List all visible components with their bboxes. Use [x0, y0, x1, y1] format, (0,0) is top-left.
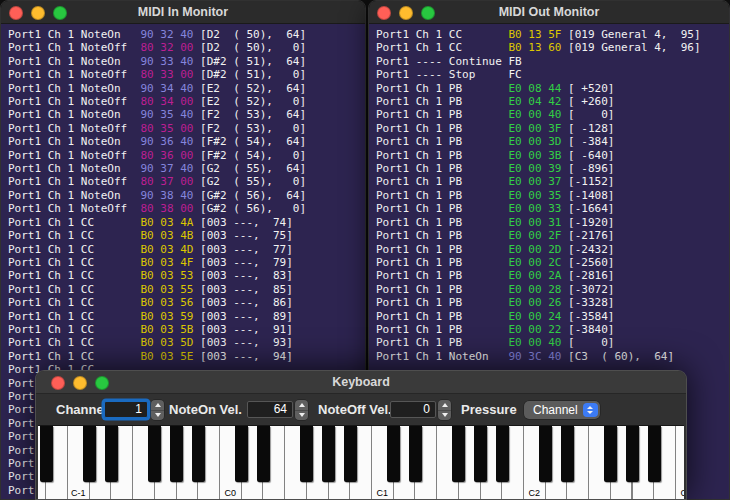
- log-row: Port1 Ch 1 NoteOff 80 33 00 [D#2 ( 51), …: [8, 68, 365, 81]
- log-row: Port1 Ch 1 PB E0 00 2A [-2816]: [376, 269, 729, 282]
- log-row: Port1 ---- Continue FB: [376, 55, 729, 68]
- black-key[interactable]: [83, 426, 96, 482]
- black-key[interactable]: [604, 426, 617, 482]
- log-row: Port1 Ch 1 NoteOn 90 37 40 [G2 ( 55), 64…: [8, 162, 365, 175]
- pressure-label: Pressure: [461, 394, 517, 426]
- zoom-button[interactable]: [421, 6, 435, 20]
- log-row: Port1 Ch 1 CC B0 03 4F [003 ---, 79]: [8, 256, 365, 269]
- log-row: Port1 Ch 1 NoteOn 90 36 40 [F#2 ( 54), 6…: [8, 135, 365, 148]
- midi-out-titlebar[interactable]: MIDI Out Monitor: [369, 1, 729, 24]
- window-title: Keyboard: [332, 375, 390, 389]
- log-row: Port1 Ch 1 NoteOff 80 36 00 [F#2 ( 54), …: [8, 149, 365, 162]
- log-row: Port1 Ch 1 PB E0 00 3F [ -128]: [376, 122, 729, 135]
- log-row: Port1 Ch 1 NoteOn 90 3C 40 [C3 ( 60), 64…: [376, 350, 729, 363]
- black-key[interactable]: [148, 426, 161, 482]
- black-key[interactable]: [387, 426, 400, 482]
- log-row: Port1 Ch 1 PB E0 00 39 [ -896]: [376, 162, 729, 175]
- black-key[interactable]: [192, 426, 205, 482]
- log-row: Port1 Ch 1 CC B0 03 53 [003 ---, 83]: [8, 269, 365, 282]
- keyboard-titlebar[interactable]: Keyboard: [36, 371, 686, 394]
- log-row: Port1 Ch 1 PB E0 08 44 [ +520]: [376, 82, 729, 95]
- traffic-lights: [377, 6, 435, 20]
- pressure-dropdown[interactable]: Channel: [524, 401, 600, 419]
- log-row: Port1 Ch 1 NoteOn 90 33 40 [D#2 ( 51), 6…: [8, 55, 365, 68]
- log-row: Port1 Ch 1 PB E0 00 40 [ 0]: [376, 336, 729, 349]
- window-title: MIDI Out Monitor: [499, 5, 600, 19]
- log-row: Port1 Ch 1 CC B0 03 5B [003 ---, 91]: [8, 323, 365, 336]
- log-row: Port1 Ch 1 PB E0 00 2C [-2560]: [376, 256, 729, 269]
- log-row: Port1 Ch 1 PB E0 00 3B [ -640]: [376, 149, 729, 162]
- black-key[interactable]: [235, 426, 248, 482]
- channel-label: Channel: [56, 394, 107, 426]
- log-row: Port1 Ch 1 PB E0 00 2D [-2432]: [376, 243, 729, 256]
- popup-chevrons-icon: [583, 403, 598, 417]
- zoom-button[interactable]: [95, 376, 109, 390]
- channel-field[interactable]: 1: [104, 401, 148, 418]
- black-key[interactable]: [539, 426, 552, 482]
- noteon-vel-field[interactable]: 64: [247, 401, 293, 418]
- log-row: Port1 Ch 1 CC B0 03 4A [003 ---, 74]: [8, 216, 365, 229]
- noteoff-vel-field[interactable]: 0: [390, 401, 436, 418]
- log-row: Port1 Ch 1 NoteOff 80 34 00 [E2 ( 52), 0…: [8, 95, 365, 108]
- piano-keyboard: C-1C0C1C2C3: [38, 425, 684, 499]
- black-key[interactable]: [344, 426, 357, 482]
- log-row: Port1 Ch 1 NoteOn 90 38 40 [G#2 ( 56), 6…: [8, 189, 365, 202]
- minimize-button[interactable]: [31, 6, 45, 20]
- black-key[interactable]: [40, 426, 53, 482]
- log-row: Port1 Ch 1 PB E0 00 2F [-2176]: [376, 229, 729, 242]
- log-row: Port1 Ch 1 NoteOff 80 35 00 [F2 ( 53), 0…: [8, 122, 365, 135]
- channel-stepper[interactable]: [151, 400, 164, 420]
- noteoff-vel-stepper[interactable]: [438, 400, 451, 420]
- log-row: Port1 Ch 1 PB E0 00 35 [-1408]: [376, 189, 729, 202]
- log-row: Port1 Ch 1 PB E0 00 28 [-3072]: [376, 283, 729, 296]
- log-row: Port1 Ch 1 PB E0 00 24 [-3584]: [376, 310, 729, 323]
- log-row: Port1 Ch 1 NoteOn 90 35 40 [F2 ( 53), 64…: [8, 108, 365, 121]
- black-key[interactable]: [648, 426, 661, 482]
- black-key[interactable]: [452, 426, 465, 482]
- log-row: Port1 Ch 1 NoteOn 90 32 40 [D2 ( 50), 64…: [8, 28, 365, 41]
- minimize-button[interactable]: [73, 376, 87, 390]
- black-key[interactable]: [300, 426, 313, 482]
- black-key[interactable]: [170, 426, 183, 482]
- black-key[interactable]: [257, 426, 270, 482]
- octave-label: C0: [220, 488, 241, 498]
- minimize-button[interactable]: [399, 6, 413, 20]
- black-key[interactable]: [561, 426, 574, 482]
- log-row: Port1 Ch 1 PB E0 00 22 [-3840]: [376, 323, 729, 336]
- log-row: Port1 Ch 1 PB E0 00 26 [-3328]: [376, 296, 729, 309]
- black-key[interactable]: [496, 426, 509, 482]
- log-row: Port1 Ch 1 CC B0 03 5E [003 ---, 94]: [8, 350, 365, 363]
- close-button[interactable]: [9, 6, 23, 20]
- close-button[interactable]: [377, 6, 391, 20]
- black-key[interactable]: [105, 426, 118, 482]
- black-key[interactable]: [322, 426, 335, 482]
- stepper-up-icon[interactable]: [438, 400, 451, 411]
- midi-in-titlebar[interactable]: MIDI In Monitor: [1, 1, 365, 24]
- log-row: Port1 Ch 1 PB E0 00 3D [ -384]: [376, 135, 729, 148]
- log-row: Port1 Ch 1 CC B0 03 4B [003 ---, 75]: [8, 229, 365, 242]
- stepper-down-icon[interactable]: [295, 411, 308, 421]
- log-row: Port1 Ch 1 PB E0 00 37 [-1152]: [376, 175, 729, 188]
- noteon-vel-stepper[interactable]: [295, 400, 308, 420]
- octave-label: C3: [676, 488, 684, 498]
- noteon-vel-label: NoteOn Vel.: [169, 394, 242, 426]
- black-key[interactable]: [474, 426, 487, 482]
- stepper-up-icon[interactable]: [151, 400, 164, 411]
- log-row: Port1 Ch 1 NoteOn 90 34 40 [E2 ( 52), 64…: [8, 82, 365, 95]
- zoom-button[interactable]: [53, 6, 67, 20]
- stepper-down-icon[interactable]: [151, 411, 164, 421]
- octave-label: C1: [372, 488, 393, 498]
- log-row: Port1 Ch 1 CC B0 03 5D [003 ---, 93]: [8, 336, 365, 349]
- log-row: Port1 Ch 1 CC B0 03 4D [003 ---, 77]: [8, 243, 365, 256]
- log-row: Port1 Ch 1 CC B0 03 55 [003 ---, 85]: [8, 283, 365, 296]
- noteoff-vel-label: NoteOff Vel.: [318, 394, 392, 426]
- log-row: Port1 Ch 1 NoteOff 80 32 00 [D2 ( 50), 0…: [8, 41, 365, 54]
- log-row: Port1 Ch 1 NoteOff 80 38 00 [G#2 ( 56), …: [8, 202, 365, 215]
- stepper-up-icon[interactable]: [295, 400, 308, 411]
- close-button[interactable]: [51, 376, 65, 390]
- stepper-down-icon[interactable]: [438, 411, 451, 421]
- log-row: Port1 ---- Stop FC: [376, 68, 729, 81]
- black-key[interactable]: [409, 426, 422, 482]
- black-key[interactable]: [626, 426, 639, 482]
- log-row: Port1 Ch 1 CC B0 13 5F [019 General 4, 9…: [376, 28, 729, 41]
